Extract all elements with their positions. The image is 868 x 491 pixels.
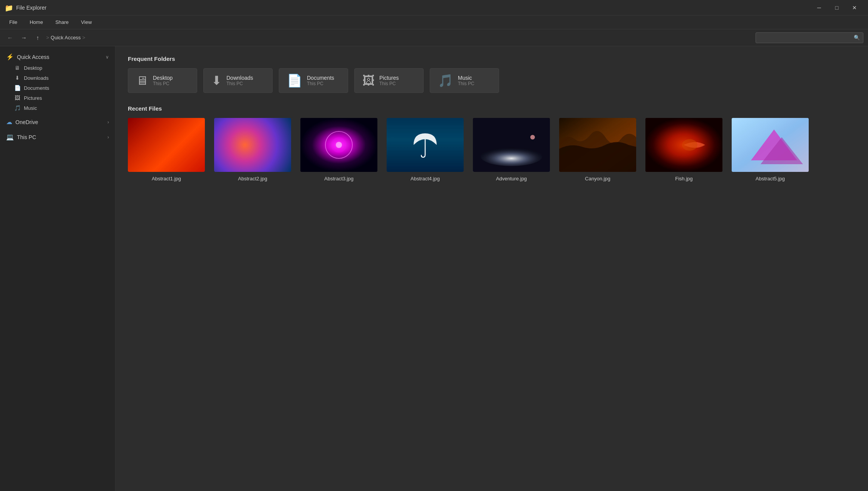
folder-downloads[interactable]: ⬇ Downloads This PC [203,68,273,93]
close-button[interactable]: ✕ [846,0,863,15]
breadcrumb-sep1: > [46,35,49,40]
music-icon: 🎵 [14,105,21,111]
file-abstract5[interactable]: Abstract5.jpg [732,118,809,182]
file-abstract1-name: Abstract1.jpg [152,176,181,182]
app-icon: 📁 [5,4,12,12]
sidebar-item-documents-label: Documents [24,85,49,91]
file-fish[interactable]: Fish.jpg [645,118,722,182]
forward-button[interactable]: → [18,32,29,43]
minimize-button[interactable]: ─ [810,0,828,15]
svg-point-10 [682,139,697,151]
file-abstract2-thumb [214,118,291,172]
file-adventure-name: Adventure.jpg [496,176,527,182]
folder-desktop-icon: 🖥 [136,74,148,88]
file-abstract2-name: Abstract2.jpg [238,176,267,182]
file-abstract2[interactable]: Abstract2.jpg [214,118,291,182]
file-abstract3-thumb [300,118,377,172]
menu-bar: File Home Share View [0,15,868,29]
file-abstract4[interactable]: Abstract4.jpg [387,118,464,182]
sidebar-item-pictures[interactable]: 🖼 Pictures [0,93,115,103]
menu-file[interactable]: File [4,18,23,27]
folder-documents-icon: 📄 [287,73,302,88]
folder-music[interactable]: 🎵 Music This PC [430,68,499,93]
search-icon: 🔍 [854,35,860,40]
documents-icon: 📄 [14,85,21,91]
quick-access-label: Quick Access [17,54,102,60]
search-box[interactable]: 🔍 [756,32,863,43]
recent-files-title: Recent Files [128,105,856,112]
content-area: Frequent Folders 🖥 Desktop This PC ⬇ Dow… [116,46,868,491]
folder-downloads-icon: ⬇ [211,73,222,88]
sidebar-thispc-header[interactable]: 💻 This PC › [0,131,115,143]
file-canyon-name: Canyon.jpg [585,176,610,182]
files-grid: Abstract1.jpg Abstract2.jpg [128,118,856,182]
frequent-folders-title: Frequent Folders [128,55,856,62]
file-adventure[interactable]: Adventure.jpg [473,118,550,182]
folder-music-path: This PC [458,81,474,86]
sidebar-item-documents[interactable]: 📄 Documents [0,83,115,93]
folder-desktop[interactable]: 🖥 Desktop This PC [128,68,197,93]
sidebar-onedrive-section: ☁ OneDrive › [0,114,115,129]
thispc-label: This PC [17,134,104,140]
file-canyon[interactable]: Canyon.jpg [559,118,636,182]
quick-access-icon: ⚡ [6,53,14,61]
sidebar-thispc-section: 💻 This PC › [0,129,115,145]
pictures-icon: 🖼 [14,95,21,101]
window-controls: ─ □ ✕ [810,0,863,15]
breadcrumb-sep2: > [82,35,85,40]
sidebar-onedrive-header[interactable]: ☁ OneDrive › [0,116,115,128]
title-bar-left: 📁 File Explorer [5,4,47,12]
maximize-button[interactable]: □ [828,0,846,15]
sidebar-item-downloads[interactable]: ⬇ Downloads [0,73,115,83]
sidebar-item-desktop-label: Desktop [24,65,42,71]
folder-downloads-name: Downloads [226,75,253,81]
abstract3-svg [300,118,377,172]
folder-music-icon: 🎵 [438,73,453,88]
folder-pictures-name: Pictures [379,75,399,81]
back-button[interactable]: ← [5,32,15,43]
adventure-svg [473,118,550,172]
file-abstract1[interactable]: Abstract1.jpg [128,118,205,182]
sidebar-item-music[interactable]: 🎵 Music [0,103,115,113]
file-adventure-thumb [473,118,550,172]
svg-point-7 [530,135,535,140]
folder-music-info: Music This PC [458,75,474,86]
menu-home[interactable]: Home [24,18,49,27]
folder-pictures-info: Pictures This PC [379,75,399,86]
sidebar-item-downloads-label: Downloads [24,75,49,81]
folder-documents-path: This PC [307,81,334,86]
up-button[interactable]: ↑ [32,32,43,43]
folder-pictures-icon: 🖼 [362,74,375,88]
file-fish-thumb [645,118,722,172]
breadcrumb: > Quick Access > [46,35,85,40]
sidebar-item-music-label: Music [24,105,37,111]
file-fish-name: Fish.jpg [675,176,693,182]
file-abstract5-thumb [732,118,809,172]
folder-pictures[interactable]: 🖼 Pictures This PC [354,68,424,93]
file-abstract3-name: Abstract3.jpg [324,176,354,182]
thispc-chevron: › [107,135,109,140]
app-title: File Explorer [16,5,47,11]
sidebar-quick-access-header[interactable]: ⚡ Quick Access ∨ [0,51,115,63]
folder-documents[interactable]: 📄 Documents This PC [279,68,348,93]
search-input[interactable] [759,35,851,40]
onedrive-chevron: › [107,119,109,125]
main-layout: ⚡ Quick Access ∨ 🖥 Desktop ⬇ Downloads 📄… [0,46,868,491]
file-abstract4-name: Abstract4.jpg [411,176,440,182]
menu-share[interactable]: Share [50,18,74,27]
desktop-icon: 🖥 [14,65,21,71]
folder-desktop-name: Desktop [153,75,173,81]
nav-bar: ← → ↑ > Quick Access > 🔍 [0,29,868,46]
file-abstract3[interactable]: Abstract3.jpg [300,118,377,182]
sidebar-quick-access-section: ⚡ Quick Access ∨ 🖥 Desktop ⬇ Downloads 📄… [0,49,115,114]
file-abstract5-name: Abstract5.jpg [756,176,785,182]
sidebar-item-desktop[interactable]: 🖥 Desktop [0,63,115,73]
thispc-icon: 💻 [6,133,14,141]
breadcrumb-quick-access[interactable]: Quick Access [51,35,81,40]
folder-desktop-path: This PC [153,81,173,86]
menu-view[interactable]: View [75,18,97,27]
title-bar: 📁 File Explorer ─ □ ✕ [0,0,868,15]
quick-access-chevron: ∨ [106,54,109,60]
file-abstract4-thumb [387,118,464,172]
fish-svg [645,118,722,172]
